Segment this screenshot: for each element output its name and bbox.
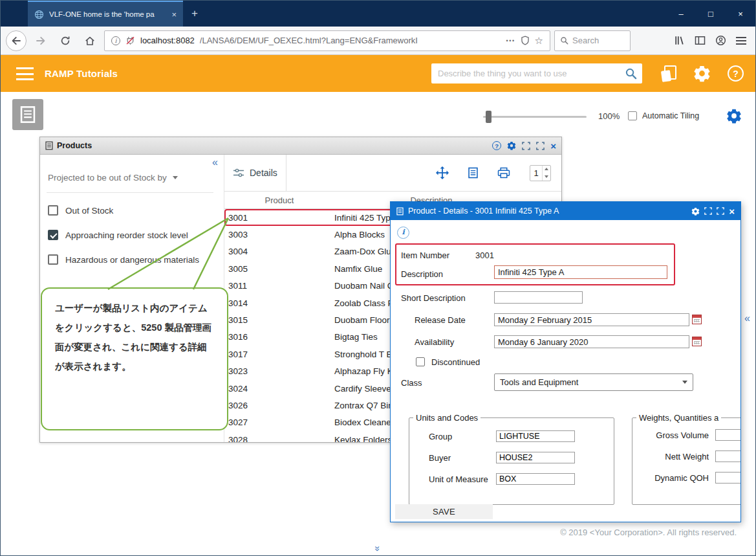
tab-details[interactable]: Details (224, 155, 286, 191)
info-icon[interactable]: i (397, 227, 409, 239)
address-bar[interactable]: i localhost:8082 /LANSA6/DEM/UF_OEXEC.ht… (104, 30, 550, 51)
page-spinner[interactable]: 1 (530, 165, 551, 181)
dialog-titlebar[interactable]: Product - Details - 3001 Infiniti 425 Ty… (391, 202, 740, 220)
units-and-codes-group: Units and Codes Group Buyer Unit of Meas… (409, 413, 614, 505)
field-label: Gross Volume (632, 430, 715, 440)
shield-icon[interactable] (521, 36, 530, 45)
collapse-filter-icon[interactable]: « (212, 157, 218, 168)
app-search-input[interactable] (438, 69, 625, 78)
release-date-input[interactable] (494, 313, 689, 326)
panel-maximize-icon[interactable] (536, 142, 545, 150)
workspace-settings-gear-icon[interactable] (726, 108, 742, 124)
panel-gear-icon[interactable] (507, 141, 516, 150)
checkbox[interactable] (48, 254, 58, 265)
window-minimize-button[interactable]: – (666, 1, 696, 27)
browser-search-input[interactable] (572, 36, 620, 45)
window-close-button[interactable]: × (726, 1, 755, 27)
dialog-maximize-icon[interactable] (717, 207, 724, 215)
column-header-product[interactable]: Product (224, 195, 334, 205)
panel-close-icon[interactable]: × (550, 141, 556, 151)
reload-button[interactable] (55, 30, 76, 51)
app-menu-icon[interactable] (16, 67, 34, 80)
zoom-slider-thumb[interactable] (486, 111, 491, 123)
product-cell: 3027 (226, 417, 334, 427)
field-input[interactable] (715, 472, 741, 484)
dialog-close-icon[interactable]: × (729, 206, 735, 216)
panel-popout-icon[interactable] (522, 142, 530, 150)
expand-right-panel-icon[interactable]: « (744, 313, 750, 324)
help-icon[interactable]: ? (728, 65, 744, 82)
products-panel-titlebar[interactable]: Products ? × (40, 137, 561, 155)
page-actions-icon[interactable]: ••• (506, 38, 515, 44)
short-description-input[interactable] (494, 291, 583, 304)
field-input[interactable] (496, 430, 575, 442)
filter-label: Hazardous or dangerous materials (65, 255, 199, 265)
product-cell: 3017 (226, 350, 334, 359)
discontinued-label: Discontinued (431, 357, 480, 367)
forward-button[interactable] (30, 30, 51, 51)
stock-filter-dropdown[interactable]: Projected to be out of Stock by (48, 173, 178, 183)
move-icon[interactable] (436, 166, 449, 179)
browser-search-box[interactable] (554, 30, 631, 51)
document-icon (396, 207, 404, 216)
search-icon (560, 36, 568, 45)
tab-title: VLF-ONE home is the 'home pa (49, 10, 166, 18)
home-button[interactable] (80, 30, 100, 51)
field-input[interactable] (496, 473, 575, 485)
field-input[interactable] (715, 450, 741, 462)
field-label: Group (409, 432, 496, 441)
app-search-box[interactable] (431, 63, 642, 83)
discontinued-checkbox[interactable] (416, 357, 425, 366)
launcher-button[interactable] (12, 99, 43, 130)
bookmark-star-icon[interactable]: ☆ (535, 35, 543, 47)
list-view-icon[interactable] (468, 167, 478, 179)
filter-checkbox-row[interactable]: Hazardous or dangerous materials (48, 254, 220, 265)
window-maximize-button[interactable]: □ (696, 1, 726, 27)
product-cell: 3023 (226, 366, 334, 376)
dialog-gear-icon[interactable] (691, 207, 700, 216)
checkbox[interactable] (48, 205, 58, 216)
availability-input[interactable] (494, 335, 689, 348)
field-input[interactable] (715, 429, 741, 441)
description-input[interactable] (494, 265, 667, 279)
short-description-label: Short Description (401, 293, 466, 303)
calendar-icon[interactable] (692, 337, 702, 346)
browser-menu-icon[interactable] (736, 37, 746, 45)
filter-checkbox-row[interactable]: Out of Stock (48, 205, 220, 216)
form-field-row: Nett Weight (632, 450, 741, 462)
applications-icon[interactable] (662, 65, 676, 82)
back-button[interactable] (6, 30, 27, 51)
save-button[interactable]: SAVE (395, 504, 493, 519)
sidebar-icon[interactable] (695, 35, 706, 46)
site-info-icon[interactable]: i (111, 36, 120, 45)
collapse-bottom-icon[interactable]: « (371, 546, 382, 551)
field-input[interactable] (496, 452, 575, 463)
spinner-up-icon[interactable] (543, 166, 550, 173)
automatic-tiling-checkbox[interactable] (628, 111, 637, 120)
tab-close-icon[interactable]: × (171, 10, 177, 19)
zoom-slider[interactable] (483, 116, 587, 118)
checkbox[interactable] (48, 230, 58, 240)
calendar-icon[interactable] (692, 315, 702, 324)
search-icon[interactable] (625, 67, 637, 80)
filter-checkbox-row[interactable]: Approaching reorder stock level (48, 230, 220, 240)
annotation-red-box (395, 243, 675, 285)
library-icon[interactable] (674, 35, 685, 46)
dialog-popout-icon[interactable] (704, 207, 712, 215)
chevron-down-icon (173, 176, 178, 179)
form-field-row: Unit of Measure (409, 473, 614, 485)
spinner-buttons (542, 166, 550, 181)
zoom-value: 100% (598, 111, 620, 121)
plugin-blocked-icon[interactable] (125, 36, 135, 45)
spinner-down-icon[interactable] (543, 173, 550, 181)
class-select[interactable]: Tools and Equipment (494, 373, 693, 391)
print-icon[interactable] (497, 167, 510, 179)
automatic-tiling-option[interactable]: Automatic Tiling (628, 111, 699, 120)
new-tab-button[interactable]: + (183, 1, 206, 27)
gear-icon[interactable] (693, 65, 711, 82)
account-icon[interactable] (715, 35, 726, 46)
panel-help-icon[interactable]: ? (492, 141, 501, 150)
field-label: Dynamic QOH (632, 473, 715, 483)
browser-tab[interactable]: VLF-ONE home is the 'home pa × (28, 1, 183, 27)
filter-label: Out of Stock (65, 206, 113, 216)
